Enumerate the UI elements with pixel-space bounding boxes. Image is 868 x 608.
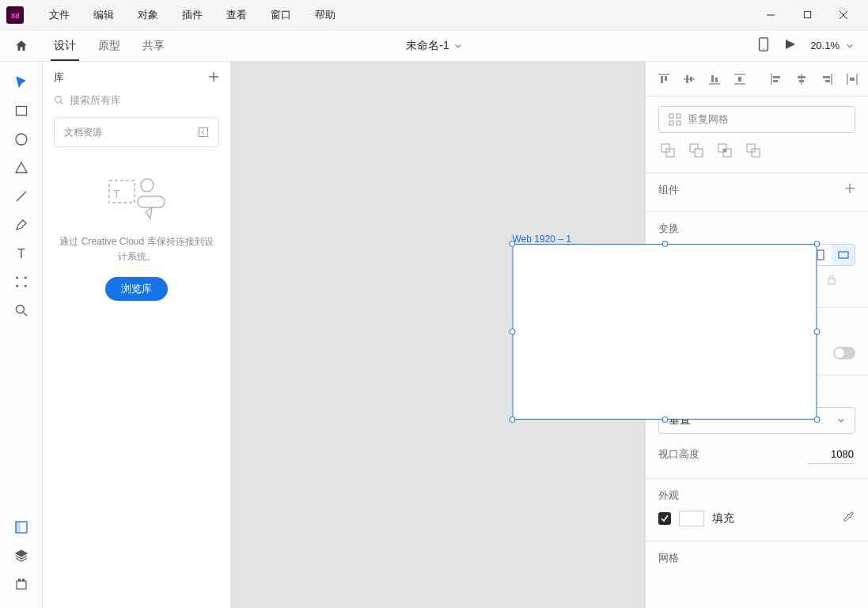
maximize-button[interactable] — [789, 3, 825, 27]
document-assets[interactable]: 文档资源 — [54, 117, 219, 147]
library-search[interactable]: 搜索所有库 — [54, 93, 219, 108]
tab-share[interactable]: 共享 — [131, 30, 176, 61]
fill-checkbox[interactable] — [658, 512, 671, 525]
viewport-height-input[interactable] — [808, 445, 855, 464]
menu-window[interactable]: 窗口 — [264, 5, 298, 25]
svg-rect-15 — [17, 581, 26, 589]
svg-rect-47 — [825, 80, 830, 82]
zoom-control[interactable]: 20.1% — [810, 40, 854, 51]
appearance-title: 外观 — [658, 488, 855, 503]
svg-text:T: T — [113, 188, 120, 200]
resize-handle-bottom-right[interactable] — [814, 416, 821, 423]
rectangle-tool[interactable] — [9, 97, 34, 125]
svg-rect-56 — [666, 149, 674, 157]
svg-rect-43 — [798, 76, 805, 78]
tab-prototype[interactable]: 原型 — [87, 30, 131, 61]
resize-handle-bottom[interactable] — [661, 416, 668, 423]
add-component-icon[interactable] — [844, 183, 855, 197]
align-hcenter-icon[interactable] — [794, 72, 809, 86]
union-icon[interactable] — [660, 142, 676, 158]
landscape-button[interactable] — [832, 245, 855, 265]
artboard-tool[interactable] — [9, 268, 34, 296]
align-left-icon[interactable] — [769, 72, 783, 86]
home-button[interactable] — [0, 30, 43, 61]
align-vcenter-icon[interactable] — [682, 72, 696, 86]
svg-rect-62 — [747, 144, 755, 152]
chevron-down-icon — [454, 42, 462, 50]
align-right-icon[interactable] — [820, 72, 834, 86]
library-header: 库 — [43, 62, 230, 93]
svg-rect-26 — [138, 196, 165, 207]
libraries-panel-icon[interactable] — [9, 513, 34, 542]
distribute-h-icon[interactable] — [845, 72, 859, 86]
menu-view[interactable]: 查看 — [220, 5, 253, 25]
repeat-grid-label: 重复网格 — [688, 112, 729, 127]
pen-tool[interactable] — [9, 211, 34, 239]
library-panel: 库 搜索所有库 文档资源 T 通过 Creative Cloud 库保持连接到设… — [43, 62, 231, 608]
menu-file[interactable]: 文件 — [43, 5, 76, 25]
resize-handle-right[interactable] — [814, 329, 821, 335]
svg-text:Xd: Xd — [11, 12, 19, 19]
resize-handle-top-right[interactable] — [814, 241, 821, 247]
component-section: 组件 — [646, 173, 868, 212]
zoom-tool[interactable] — [9, 296, 34, 325]
svg-line-21 — [61, 102, 63, 104]
empty-state-icon: T — [103, 174, 171, 222]
tabs-nav: 设计 原型 共享 — [43, 30, 176, 61]
artboard[interactable] — [513, 244, 817, 420]
lock-aspect-icon[interactable] — [827, 274, 836, 288]
tab-design[interactable]: 设计 — [43, 30, 87, 61]
svg-rect-54 — [677, 121, 680, 125]
add-library-icon[interactable] — [208, 71, 219, 85]
document-assets-label: 文档资源 — [64, 126, 102, 139]
plugins-panel-icon[interactable] — [9, 570, 34, 598]
fill-swatch[interactable] — [679, 511, 704, 526]
play-icon[interactable] — [783, 38, 796, 54]
menu-object[interactable]: 对象 — [131, 5, 165, 25]
close-button[interactable] — [825, 3, 862, 27]
exclude-icon[interactable] — [745, 142, 761, 158]
minimize-button[interactable] — [752, 3, 789, 27]
menu-edit[interactable]: 编辑 — [87, 5, 120, 25]
text-tool[interactable]: T — [9, 239, 34, 268]
browse-library-button[interactable]: 浏览库 — [105, 277, 168, 301]
svg-rect-35 — [715, 78, 718, 82]
align-bottom-icon[interactable] — [707, 72, 722, 86]
intersect-icon[interactable] — [717, 142, 733, 158]
boolean-ops — [658, 142, 855, 158]
svg-text:T: T — [17, 247, 25, 260]
svg-rect-61 — [723, 149, 726, 152]
line-tool[interactable] — [9, 182, 34, 211]
polygon-tool[interactable] — [9, 154, 34, 182]
device-preview-icon[interactable] — [758, 37, 769, 55]
menu-plugins[interactable]: 插件 — [176, 5, 209, 25]
document-title[interactable]: 未命名-1 — [406, 39, 461, 53]
eyedropper-icon[interactable] — [843, 511, 855, 526]
distribute-v-icon[interactable] — [733, 72, 747, 86]
svg-rect-29 — [665, 76, 667, 81]
resize-handle-top[interactable] — [661, 241, 668, 247]
menus: 文件 编辑 对象 插件 查看 窗口 帮助 — [43, 5, 342, 25]
svg-point-25 — [141, 179, 154, 192]
component-title: 组件 — [658, 183, 679, 197]
chevron-down-icon — [846, 42, 854, 50]
align-top-icon[interactable] — [657, 72, 671, 86]
repeat-grid-button[interactable]: 重复网格 — [658, 106, 855, 133]
ellipse-tool[interactable] — [9, 125, 34, 154]
menu-help[interactable]: 帮助 — [309, 5, 342, 25]
resize-handle-top-left[interactable] — [510, 241, 516, 247]
layers-panel-icon[interactable] — [9, 542, 34, 570]
responsive-toggle[interactable] — [833, 347, 855, 359]
canvas[interactable]: Web 1920 – 1 — [231, 62, 646, 608]
svg-rect-68 — [828, 279, 835, 284]
svg-point-20 — [55, 97, 62, 103]
svg-rect-51 — [669, 114, 673, 118]
svg-rect-58 — [695, 149, 703, 157]
chevron-down-icon — [837, 416, 845, 424]
resize-handle-left[interactable] — [510, 329, 516, 335]
subtract-icon[interactable] — [688, 142, 704, 158]
resize-handle-bottom-left[interactable] — [510, 416, 516, 423]
select-tool[interactable] — [9, 68, 34, 97]
window-controls — [752, 3, 862, 27]
search-icon — [54, 95, 65, 106]
